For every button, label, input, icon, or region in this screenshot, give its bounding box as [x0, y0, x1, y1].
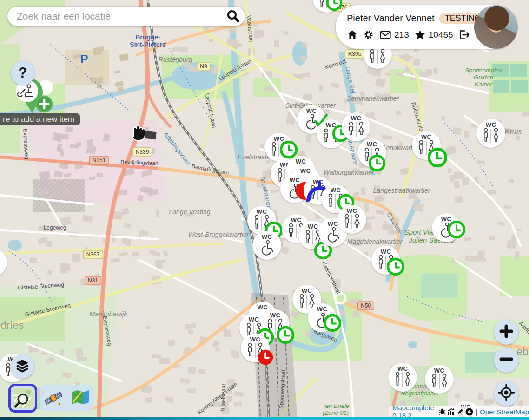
marker-label: WC	[486, 122, 496, 128]
messages-icon[interactable]	[379, 29, 391, 40]
user-actions-row: 213 10455	[347, 29, 470, 40]
zoom-out-button[interactable]	[494, 348, 519, 373]
opening-hours-badge	[326, 0, 343, 11]
closed-badge	[257, 349, 274, 366]
toilet-marker[interactable]: WC	[308, 303, 337, 332]
background-layer-group	[40, 385, 94, 411]
opening-hours-badge	[447, 220, 466, 239]
wheelchair-icon	[324, 227, 342, 243]
pencil-icon[interactable]	[456, 408, 464, 415]
bug-icon[interactable]	[439, 408, 446, 415]
minus-icon	[499, 352, 513, 368]
home-icon[interactable]	[347, 29, 358, 40]
toilet-marker[interactable]: WC	[247, 206, 276, 235]
marker-label: WC	[367, 141, 377, 147]
marker-label: WC	[302, 288, 312, 294]
attribution-bar: Mapcomplete 0.18.2 | OpenStreetMap	[389, 406, 529, 417]
map-markers-layer: WCWCWCWCWCWCWCWCWCWCWCWCWCWCWCWCWCWCWCWC…	[0, 0, 529, 420]
osm-attribution-link[interactable]: OpenStreetMap	[480, 408, 529, 416]
avatar[interactable]	[474, 5, 518, 49]
toilet-marker[interactable]: WC	[241, 334, 270, 362]
user-name[interactable]: Pieter Vander Vennet	[347, 13, 435, 24]
add-item-tooltip: re to add a new item	[0, 113, 80, 125]
marker-label: WC	[249, 316, 259, 322]
toilet-marker[interactable]: WC	[425, 365, 454, 394]
opening-hours-badge	[279, 140, 298, 159]
marker-label: WC	[351, 115, 362, 121]
male-female-icon	[393, 372, 412, 388]
marker-label: WC	[258, 304, 268, 310]
marker-label: WC	[328, 221, 338, 227]
marker-label: WC	[317, 306, 328, 312]
marker-label: WC	[331, 187, 341, 193]
user-row: Pieter Vander Vennet TESTING	[347, 13, 487, 24]
marker-label: WC	[300, 168, 311, 174]
help-button[interactable]: ?	[11, 61, 35, 85]
background-layer-osm-selected[interactable]	[8, 384, 37, 413]
gear-icon[interactable]	[363, 29, 374, 40]
changesets-count[interactable]: 10455	[429, 30, 453, 40]
toilet-marker[interactable]: WC	[357, 138, 386, 167]
bottom-accent-bar	[0, 417, 529, 420]
toilet-marker[interactable]: WC	[388, 363, 417, 392]
layers-button[interactable]	[10, 354, 34, 379]
crosshair-icon	[498, 384, 515, 403]
toilet-marker[interactable]: WC	[432, 213, 461, 242]
toilet-marker[interactable]: WC	[0, 248, 7, 277]
marker-label: WC	[250, 336, 261, 342]
marker-label: WC	[347, 208, 357, 214]
geolocate-button[interactable]	[494, 381, 519, 406]
star-icon	[414, 29, 426, 40]
toilet-marker[interactable]: WC	[476, 119, 505, 148]
marker-label: WC	[270, 312, 281, 318]
marker-label: WC	[421, 134, 432, 140]
layers-icon	[15, 358, 30, 375]
osm-carto-icon	[13, 388, 33, 408]
toilet-marker[interactable]: WC	[371, 246, 400, 275]
marker-label: WC	[262, 234, 272, 240]
logout-icon[interactable]	[458, 29, 470, 40]
attribution-separator: |	[476, 408, 477, 416]
opening-hours-badge	[386, 257, 405, 276]
background-layer-map[interactable]	[70, 388, 91, 408]
zoom-in-button[interactable]	[494, 320, 519, 345]
mapcomplete-app: Brugge- Sint-PietersRustenburgSint-Gilli…	[0, 0, 529, 420]
male-female-icon	[430, 374, 449, 390]
toilet-marker[interactable]: WC	[342, 112, 370, 141]
male-female-icon	[346, 121, 366, 138]
wheelchair-icon	[258, 240, 276, 256]
marker-label: WC	[308, 223, 318, 230]
toilet-marker[interactable]: WC	[264, 133, 293, 162]
male-female-icon	[342, 214, 362, 230]
male-female-icon	[368, 49, 387, 66]
plus-icon	[499, 324, 513, 340]
hand-cursor-icon	[129, 123, 146, 143]
marker-label: WC	[296, 158, 306, 164]
male-female-icon	[0, 257, 2, 274]
toilet-marker[interactable]: WC	[252, 231, 281, 260]
marker-label: WC	[257, 209, 267, 215]
opening-hours-badge	[276, 326, 295, 344]
attribution-circle-icon[interactable]	[465, 408, 473, 416]
user-panel: Pieter Vander Vennet TESTING 213	[336, 5, 517, 49]
help-label: ?	[19, 65, 27, 81]
background-layer-satellite[interactable]	[43, 388, 64, 408]
messages-count[interactable]: 213	[394, 30, 409, 40]
search-input[interactable]	[16, 10, 225, 22]
search-bar	[7, 7, 245, 26]
toilet-marker[interactable]: WC	[317, 119, 345, 148]
marker-label: WC	[381, 249, 391, 255]
male-female-icon	[481, 128, 501, 144]
toilet-marker[interactable]: WC	[412, 131, 441, 160]
marker-label: WC	[397, 366, 408, 372]
opening-hours-badge	[323, 314, 342, 332]
marker-label: WC	[434, 368, 445, 374]
stats-icon[interactable]	[447, 408, 455, 415]
marker-label: WC	[291, 217, 302, 223]
opening-hours-badge	[368, 154, 386, 172]
search-icon[interactable]	[225, 9, 240, 24]
toilet-marker[interactable]: WC	[337, 205, 366, 234]
toilet-marker[interactable]: WC	[312, 0, 341, 13]
opening-hours-badge	[427, 147, 448, 168]
